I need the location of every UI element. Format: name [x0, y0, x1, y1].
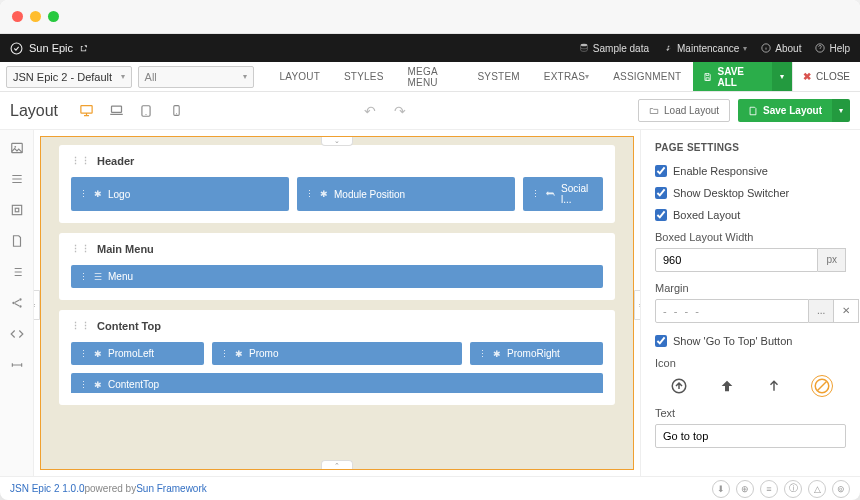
chevron-down-icon: ▾: [585, 72, 589, 81]
gototop-text-input[interactable]: [655, 424, 846, 448]
add-row-bottom[interactable]: ⌃: [321, 460, 353, 470]
tool-page[interactable]: [9, 233, 24, 248]
theme-select[interactable]: JSN Epic 2 - Default▾: [6, 66, 132, 88]
unit-px[interactable]: px: [818, 248, 846, 272]
boxed-width-input[interactable]: [655, 248, 818, 272]
drag-handle-icon[interactable]: ⋮⋮: [71, 321, 91, 331]
tool-menu[interactable]: [9, 171, 24, 186]
module-contenttop[interactable]: ⋮✱ContentTop: [71, 373, 603, 393]
drag-handle-icon[interactable]: ⋮⋮: [71, 156, 91, 166]
load-icon: [649, 106, 659, 116]
enable-responsive-checkbox[interactable]: Enable Responsive: [655, 165, 846, 177]
zoom-window-icon[interactable]: [48, 11, 59, 22]
module-logo[interactable]: ⋮✱Logo: [71, 177, 289, 211]
close-button[interactable]: ✖CLOSE: [792, 62, 860, 91]
module-position[interactable]: ⋮✱Module Position: [297, 177, 515, 211]
pagebar: Layout ↶ ↷ Load Layout Save Layout ▾: [0, 92, 860, 130]
module-promoleft[interactable]: ⋮✱PromoLeft: [71, 342, 204, 365]
device-phone[interactable]: [168, 103, 184, 119]
product-link[interactable]: JSN Epic 2 1.0.0: [10, 483, 84, 494]
wrench-icon: [663, 43, 673, 53]
tool-share[interactable]: [9, 295, 24, 310]
show-switcher-checkbox[interactable]: Show Desktop Switcher: [655, 187, 846, 199]
svg-point-0: [11, 43, 22, 54]
tool-code[interactable]: [9, 326, 24, 341]
brand[interactable]: Sun Epic: [10, 42, 88, 55]
help-icon: [815, 43, 825, 53]
canvas-next[interactable]: ›: [634, 290, 640, 320]
chevron-down-icon: ▾: [839, 106, 843, 115]
footer-icon-5[interactable]: △: [808, 480, 826, 498]
device-laptop[interactable]: [108, 103, 124, 119]
tablet-icon: [139, 104, 153, 118]
redo-button[interactable]: ↷: [394, 103, 406, 119]
footer-icon-3[interactable]: ≡: [760, 480, 778, 498]
icon-opt-circle-up[interactable]: [668, 375, 690, 397]
svg-rect-12: [12, 205, 21, 214]
save-layout-button[interactable]: Save Layout: [738, 99, 832, 122]
save-all-dropdown[interactable]: ▾: [772, 62, 792, 91]
icon-opt-up-thin[interactable]: [763, 375, 785, 397]
about-link[interactable]: About: [761, 43, 801, 54]
add-row-top[interactable]: ⌄: [321, 136, 353, 146]
device-tablet[interactable]: [138, 103, 154, 119]
footer-icon-1[interactable]: ⬇: [712, 480, 730, 498]
menu-icon: ☰: [94, 272, 102, 282]
margin-input[interactable]: [655, 299, 809, 323]
svg-point-11: [14, 145, 16, 147]
gototop-checkbox[interactable]: Show 'Go To Top' Button: [655, 335, 846, 347]
icon-opt-none[interactable]: [811, 375, 833, 397]
filter-select[interactable]: All▾: [138, 66, 254, 88]
tool-module[interactable]: [9, 202, 24, 217]
layout-canvas[interactable]: ⌄ ⋮⋮Header ⋮✱Logo ⋮✱Module Position ⋮⮪So…: [40, 136, 634, 470]
menu-icon: [10, 172, 24, 186]
module-promo[interactable]: ⋮✱Promo: [212, 342, 462, 365]
maintenance-menu[interactable]: Maintencance ▾: [663, 43, 747, 54]
section-header[interactable]: ⋮⋮Header ⋮✱Logo ⋮✱Module Position ⋮⮪Soci…: [59, 145, 615, 223]
footer-icon-6[interactable]: ⊚: [832, 480, 850, 498]
margin-clear[interactable]: ✕: [834, 299, 859, 323]
joomla-icon: ✱: [493, 349, 501, 359]
divider-icon: [10, 358, 24, 372]
tab-assignment[interactable]: ASSIGNMENT: [601, 62, 693, 91]
boxed-layout-checkbox[interactable]: Boxed Layout: [655, 209, 846, 221]
drag-handle-icon[interactable]: ⋮⋮: [71, 244, 91, 254]
tab-megamenu[interactable]: MEGA MENU: [396, 62, 466, 91]
tab-extras[interactable]: EXTRAS ▾: [532, 62, 601, 91]
arrow-up-icon: [767, 378, 781, 394]
tab-layout[interactable]: LAYOUT: [268, 62, 332, 91]
joomla-icon: ✱: [320, 189, 328, 199]
canvas-wrap: ‹ ⌄ ⋮⋮Header ⋮✱Logo ⋮✱Module Position ⋮⮪…: [34, 130, 640, 476]
help-link[interactable]: Help: [815, 43, 850, 54]
sample-data-link[interactable]: Sample data: [579, 43, 649, 54]
save-all-button[interactable]: SAVE ALL: [693, 62, 771, 91]
tool-divider[interactable]: [9, 357, 24, 372]
save-layout-dropdown[interactable]: ▾: [832, 99, 850, 122]
undo-button[interactable]: ↶: [364, 103, 376, 119]
page-icon: [10, 234, 24, 248]
device-desktop[interactable]: [78, 103, 94, 119]
module-social[interactable]: ⋮⮪Social l...: [523, 177, 603, 211]
section-content-top[interactable]: ⋮⋮Content Top ⋮✱PromoLeft ⋮✱Promo ⋮✱Prom…: [59, 310, 615, 405]
svg-rect-5: [111, 106, 121, 112]
minimize-window-icon[interactable]: [30, 11, 41, 22]
margin-expand[interactable]: ...: [809, 299, 834, 323]
module-promoright[interactable]: ⋮✱PromoRight: [470, 342, 603, 365]
laptop-icon: [109, 103, 124, 118]
module-menu[interactable]: ⋮☰Menu: [71, 265, 603, 288]
section-main-menu[interactable]: ⋮⋮Main Menu ⋮☰Menu: [59, 233, 615, 300]
menubar: JSN Epic 2 - Default▾ All▾ LAYOUT STYLES…: [0, 62, 860, 92]
close-window-icon[interactable]: [12, 11, 23, 22]
tab-system[interactable]: SYSTEM: [466, 62, 532, 91]
footer-icon-4[interactable]: ⓘ: [784, 480, 802, 498]
tool-image[interactable]: [9, 140, 24, 155]
list-icon: [10, 265, 24, 279]
tool-list[interactable]: [9, 264, 24, 279]
save-icon: [748, 106, 758, 116]
icon-opt-up-bold[interactable]: [716, 375, 738, 397]
tab-styles[interactable]: STYLES: [332, 62, 396, 91]
framework-link[interactable]: Sun Framework: [136, 483, 207, 494]
svg-rect-13: [15, 208, 19, 212]
footer-icon-2[interactable]: ⊕: [736, 480, 754, 498]
load-layout-button[interactable]: Load Layout: [638, 99, 730, 122]
